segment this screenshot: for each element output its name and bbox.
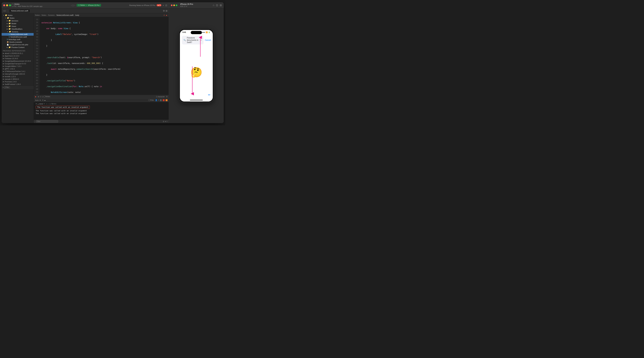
close-button[interactable] xyxy=(3,4,5,6)
console-toolbar: Auto ▼ ⊙ ☁ ⃝ Filter 👤 2 xyxy=(34,98,169,102)
console-btn-stop[interactable] xyxy=(160,99,162,101)
sidebar-item-notes-group[interactable]: ▼ 📁 Notes xyxy=(2,17,34,19)
pkg-gtm[interactable]: ▶GTMSessionFetcher 3.4.1 xyxy=(2,70,34,73)
iphone-screen: 9:41 ●●● 🛜 🔋 🔍 Firestone documents xyxy=(180,30,213,101)
xcode-panel: ⃝ Notes #1 · Add 'Notes for iOS' sample … xyxy=(2,2,169,123)
active-tab[interactable]: NotesListScreen.swift xyxy=(9,9,30,13)
pkg-nanopb[interactable]: ▶nanopb 2.30910.0 xyxy=(2,78,34,80)
pkg-abseil[interactable]: ▶abseil 1.20240116.01.1 xyxy=(2,52,34,55)
signal-icon: ●●● xyxy=(202,31,205,33)
thinking-emoji: 🤔 xyxy=(190,67,202,78)
iphone-search-bar: 🔍 Firestone documents in Swift? ✕ Cancel xyxy=(180,35,213,46)
sidebar-item-project[interactable]: ▼ 📁 Notes xyxy=(2,14,34,17)
sidebar-item-screens[interactable]: ▼ 📁 Screens xyxy=(2,30,34,33)
iphone-panel-subtitle: iOS 17.4 xyxy=(180,5,193,8)
home-bar xyxy=(190,100,203,100)
search-field[interactable]: 🔍 Firestone documents in Swift? ✕ xyxy=(182,36,204,45)
battery-icon: 🔋 xyxy=(208,31,210,33)
iphone-maximize-button[interactable] xyxy=(176,5,177,6)
compose-button[interactable]: ✏ xyxy=(208,93,210,97)
pkg-datatransport[interactable]: ▶GoogleDataTransport 9.4.0 xyxy=(2,62,34,65)
error-badge: ▲ 2 xyxy=(156,4,162,6)
title-bar: ⃝ Notes #1 · Add 'Notes for iOS' sample … xyxy=(2,2,169,8)
iphone-device: 9:41 ●●● 🛜 🔋 🔍 Firestone documents xyxy=(178,29,214,103)
status-icons: ●●● 🛜 🔋 xyxy=(202,31,210,33)
iphone-panel-header: iPhone 15 Pro iOS 17.4 ⌂ ⊡ ⊞ xyxy=(169,2,224,8)
search-query: Firestone documents in Swift? xyxy=(187,37,200,44)
breadcrumb: Notes › Notes › Screens › NotesListScree… xyxy=(34,13,169,17)
pkg-grpc[interactable]: ▶gRPC 1.62.2 xyxy=(2,68,34,70)
bottom-filter-bar: ⃝ 🗑 ■ ⊡ xyxy=(34,120,169,123)
sidebar-item-noteeditscreen[interactable]: S NoteEditScreen.swift xyxy=(2,36,34,38)
sidebar-item-noteslistscreen[interactable]: S NotesListScreen.swift xyxy=(2,33,34,36)
pkg-firebase[interactable]: ▶Firebase 10.24.0 xyxy=(2,57,34,60)
pkg-interop[interactable]: ▶InteropForGoogle 100.0.0 xyxy=(2,73,34,75)
screenshot-icon[interactable]: ⊡ xyxy=(216,4,218,7)
sidebar-item-plist[interactable]: 📄 GoogleService-Info.plist xyxy=(2,43,34,46)
iphone-panel: iPhone 15 Pro iOS 17.4 ⌂ ⊡ ⊞ xyxy=(169,2,224,123)
search-clear-icon[interactable]: ✕ xyxy=(200,39,202,41)
pkg-promises[interactable]: ▶Promises 2.4.0 xyxy=(2,80,34,83)
sidebar: ▼ 📁 Notes ▼ 📁 Notes ▶ 📁 Services xyxy=(2,13,34,123)
iphone-content: 🤔 xyxy=(180,46,213,99)
search-cancel-button[interactable]: Cancel xyxy=(205,39,211,41)
toolbar: ◁ ▷ NotesListScreen.swift ⚙ ⊞ xyxy=(2,8,169,13)
pkg-googlemeasurement[interactable]: ▶GoogleAppMeasurement 10.24.0 xyxy=(2,60,34,62)
pkg-appcheck[interactable]: ▶AppCheck 10.19.0 xyxy=(2,55,34,57)
console-area: ▼ ▲ ■ ■ ⟳ ⇥ ⟵ ⃝ Notes The function was c… xyxy=(34,102,169,120)
home-icon[interactable]: ⌂ xyxy=(213,4,214,7)
pkg-leveldb[interactable]: ▶leveldb 1.22.5 xyxy=(2,75,34,78)
console-btn-orange[interactable] xyxy=(166,99,168,101)
pkg-utilities[interactable]: ▶GoogleUtilities 7.13.1 xyxy=(2,65,34,68)
rotate-icon[interactable]: ⊞ xyxy=(220,4,222,7)
iphone-simulator-area: 9:41 ●●● 🛜 🔋 🔍 Firestone documents xyxy=(169,8,224,123)
sidebar-item-services[interactable]: ▶ 📁 Services xyxy=(2,19,34,22)
pkg-swiftprotobuf[interactable]: ▶SwiftProtobuf 1.26.0 xyxy=(2,83,34,86)
code-content-area[interactable]: 35 36 46 47 48 49 50 51 52 53 54 55 56 5… xyxy=(34,17,169,95)
sidebar-item-viewmodifiers[interactable]: ▶ 📁 ViewModifiers xyxy=(2,28,34,30)
debug-bar: ■ ⏸ ⟳ ⬡ ⃝ Notes 1 character ⊡ xyxy=(34,95,169,98)
iphone-panel-title: iPhone 15 Pro xyxy=(180,3,193,5)
error-line-highlighted: The function was called with an invalid … xyxy=(36,106,90,109)
tab-notes[interactable]: ⬡ Notes xyxy=(78,4,85,6)
sidebar-item-notesapp[interactable]: S NotesApp.swift xyxy=(2,38,34,41)
sidebar-item-model[interactable]: ▶ 📁 Model xyxy=(2,22,34,25)
window-title: Notes xyxy=(14,3,42,5)
title-bar-right: Running Notes on iPhone 15 Pro ▲ 2 + ⊡ xyxy=(130,4,167,7)
code-text: extension NotesListScreen: View { var bo… xyxy=(40,17,169,95)
traffic-lights xyxy=(3,4,11,6)
sidebar-item-views[interactable]: ▶ 📁 Views xyxy=(2,25,34,28)
filter-label: ⃝ Filter xyxy=(150,99,154,101)
console-btn-red[interactable] xyxy=(163,99,164,101)
iphone-minimize-button[interactable] xyxy=(173,5,175,6)
run-status: Running Notes on iPhone 15 Pro xyxy=(130,4,155,6)
minimize-button[interactable] xyxy=(6,4,8,6)
char-count: 1 character xyxy=(156,96,165,98)
dynamic-island xyxy=(191,31,202,34)
sidebar-item-assets[interactable]: 📦 Assets.xcassets xyxy=(2,41,34,43)
maximize-button[interactable] xyxy=(9,4,11,6)
iphone-panel-traffic-lights xyxy=(171,5,177,6)
title-bar-middle: ◁ ▷ ⬡ Notes ▷ iPhone 15 Pro xyxy=(44,4,128,7)
line-numbers: 35 36 46 47 48 49 50 51 52 53 54 55 56 5… xyxy=(34,17,40,95)
code-editor: Notes › Notes › Screens › NotesListScree… xyxy=(34,13,169,123)
iphone-close-button[interactable] xyxy=(171,5,172,6)
home-indicator xyxy=(180,99,213,101)
console-error-line2: The function was called with an invalid … xyxy=(34,109,169,112)
console-error-line3: The function was called with an invalid … xyxy=(34,112,169,115)
window-subtitle: #1 · Add 'Notes for iOS' sample app xyxy=(14,5,42,8)
wifi-icon: 🛜 xyxy=(206,31,208,33)
iphone-panel-icons: ⌂ ⊡ ⊞ xyxy=(213,4,222,7)
error-indicator: ■ xyxy=(35,96,36,98)
main-area: ▼ 📁 Notes ▼ 📁 Notes ▶ 📁 Services xyxy=(2,13,169,123)
sidebar-item-preview-content[interactable]: ▶ 📁 Preview Content xyxy=(2,46,34,49)
console-wrapper: Auto ▼ ⊙ ☁ ⃝ Filter 👤 2 ▼ ▲ ■ ■ ⟳ ⇥ ⟵ ⃝ … xyxy=(34,98,169,123)
filter-input[interactable] xyxy=(36,120,58,123)
package-dependencies-header: Package Dependencies xyxy=(2,49,34,52)
search-icon: 🔍 xyxy=(184,39,186,41)
